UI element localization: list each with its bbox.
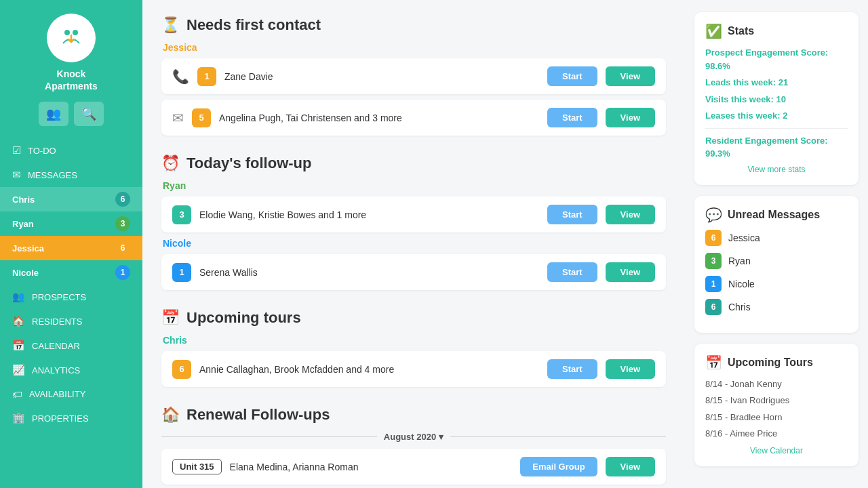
task-row-serena: 1 Serena Wallis Start View <box>161 254 666 290</box>
tours-calendar-icon: 📅 <box>161 309 180 327</box>
calendar-icon: 📅 <box>12 340 25 352</box>
tour-item-4: 8/16 - Aimee Price <box>705 427 848 441</box>
start-button-zane[interactable]: Start <box>547 66 597 86</box>
svg-point-1 <box>64 30 70 35</box>
month-divider: August 2020 ▾ <box>161 432 666 442</box>
chevron-down-icon: ▾ <box>439 432 443 442</box>
section-title-renewal: 🏠 Renewal Follow-ups <box>161 406 666 424</box>
agent-row-nicole[interactable]: Nicole 1 <box>0 260 142 285</box>
tour-item-2: 8/15 - Ivan Rodrigues <box>705 394 848 407</box>
view-more-stats-link[interactable]: View more stats <box>705 165 848 174</box>
msg-row-chris[interactable]: 6 Chris <box>705 299 848 315</box>
msg-badge-ryan: 3 <box>705 253 722 269</box>
task-row-annie: 6 Annie Callaghan, Brook Mcfadden and 4 … <box>161 351 666 387</box>
view-button-elodie[interactable]: View <box>606 205 655 224</box>
msg-name-nicole: Nicole <box>728 279 755 289</box>
tours-icon: 📅 <box>705 354 722 371</box>
add-users-button[interactable]: 👥 <box>39 102 68 126</box>
view-button-unit315[interactable]: View <box>606 457 655 476</box>
start-button-angelina[interactable]: Start <box>547 108 597 127</box>
chat-icon: 💬 <box>705 207 722 223</box>
start-button-elodie[interactable]: Start <box>547 205 597 224</box>
sidebar-actions: 👥 🔍 <box>39 102 104 126</box>
sidebar: Knock Apartments 👥 🔍 ☑ TO-DO ✉ MESSAGES … <box>0 0 142 488</box>
upcoming-tours-card-title: 📅 Upcoming Tours <box>705 354 848 371</box>
agent-row-jessica[interactable]: Jessica 6 <box>0 236 142 260</box>
sidebar-item-availability[interactable]: 🏷 AVAILABILITY <box>0 382 142 406</box>
unit-badge: Unit 315 <box>172 459 222 474</box>
stats-divider <box>705 128 848 129</box>
task-name-serena: Serena Wallis <box>199 267 539 278</box>
agent-label-chris: Chris <box>163 335 666 346</box>
count-badge-6: 6 <box>172 360 191 379</box>
resident-score-row: Resident Engagement Score: 99.3% <box>705 134 848 161</box>
view-button-annie[interactable]: View <box>606 359 655 379</box>
msg-row-jessica[interactable]: 6 Jessica <box>705 230 848 246</box>
main-content: ⏳ Needs first contact Jessica 📞 1 Zane D… <box>142 0 685 488</box>
visits-row: Visits this week: 10 <box>705 93 848 106</box>
residents-icon: 🏠 <box>12 315 25 327</box>
agent-row-chris[interactable]: Chris 6 <box>0 187 142 211</box>
msg-badge-jessica: 6 <box>705 230 722 246</box>
upcoming-tours-card: 📅 Upcoming Tours 8/14 - Jonah Kenny 8/15… <box>694 344 859 466</box>
divider-right <box>450 436 666 437</box>
alarm-icon: ⏰ <box>161 155 180 172</box>
count-badge-3: 3 <box>172 205 191 224</box>
section-title-tours: 📅 Upcoming tours <box>161 309 666 327</box>
stats-card-title: ✅ Stats <box>705 23 848 39</box>
msg-row-ryan[interactable]: 3 Ryan <box>705 253 848 269</box>
agent-label-ryan: Ryan <box>163 180 666 191</box>
todays-followup-section: ⏰ Today's follow-up Ryan 3 Elodie Wang, … <box>161 155 666 290</box>
section-title-needs-first-contact: ⏳ Needs first contact <box>161 16 666 34</box>
tour-item-1: 8/14 - Jonah Kenny <box>705 378 848 391</box>
sidebar-item-todo[interactable]: ☑ TO-DO <box>0 138 142 163</box>
msg-name-jessica: Jessica <box>728 232 760 243</box>
count-badge-1: 1 <box>197 67 216 86</box>
hourglass-icon: ⏳ <box>161 16 180 34</box>
needs-first-contact-section: ⏳ Needs first contact Jessica 📞 1 Zane D… <box>161 16 666 136</box>
section-title-followup: ⏰ Today's follow-up <box>161 155 666 172</box>
properties-icon: 🏢 <box>12 412 25 424</box>
leads-row: Leads this week: 21 <box>705 76 848 89</box>
analytics-icon: 📈 <box>12 364 25 376</box>
sidebar-item-prospects[interactable]: 👥 PROSPECTS <box>0 285 142 309</box>
phone-icon: 📞 <box>172 68 189 85</box>
start-button-serena[interactable]: Start <box>547 262 597 282</box>
task-name-elodie: Elodie Wang, Kristie Bowes and 1 more <box>199 209 539 220</box>
sidebar-item-residents[interactable]: 🏠 RESIDENTS <box>0 309 142 333</box>
sidebar-item-calendar[interactable]: 📅 CALENDAR <box>0 333 142 358</box>
sidebar-item-messages[interactable]: ✉ MESSAGES <box>0 163 142 187</box>
search-button[interactable]: 🔍 <box>74 102 104 126</box>
msg-row-nicole[interactable]: 1 Nicole <box>705 276 848 292</box>
sidebar-item-analytics[interactable]: 📈 ANALYTICS <box>0 358 142 382</box>
agent-label-jessica: Jessica <box>163 42 666 53</box>
view-button-angelina[interactable]: View <box>606 108 655 127</box>
msg-badge-chris: 6 <box>705 299 722 315</box>
task-name-elana: Elana Medina, Arianna Roman <box>230 462 513 472</box>
prospect-score-row: Prospect Engagement Score: 98.6% <box>705 46 848 73</box>
right-panel: ✅ Stats Prospect Engagement Score: 98.6%… <box>685 0 868 488</box>
msg-name-ryan: Ryan <box>728 256 751 266</box>
view-calendar-link[interactable]: View Calendar <box>705 446 848 455</box>
task-row-unit315: Unit 315 Elana Medina, Arianna Roman Ema… <box>161 449 666 485</box>
month-selector[interactable]: August 2020 ▾ <box>384 432 443 442</box>
todo-icon: ☑ <box>12 144 21 157</box>
stats-card: ✅ Stats Prospect Engagement Score: 98.6%… <box>694 12 859 185</box>
email-group-button[interactable]: Email Group <box>520 457 597 476</box>
house-icon: 🏠 <box>161 406 180 424</box>
app-name: Knock Apartments <box>45 68 98 92</box>
tour-item-3: 8/15 - Bradlee Horn <box>705 411 848 424</box>
task-name-annie: Annie Callaghan, Brook Mcfadden and 4 mo… <box>199 364 539 375</box>
availability-icon: 🏷 <box>12 388 22 400</box>
app-logo <box>47 14 96 62</box>
task-row-elodie: 3 Elodie Wang, Kristie Bowes and 1 more … <box>161 197 666 232</box>
task-row-zane: 📞 1 Zane Davie Start View <box>161 58 666 94</box>
view-button-serena[interactable]: View <box>606 262 655 282</box>
unread-messages-card: 💬 Unread Messages 6 Jessica 3 Ryan 1 Nic… <box>694 196 859 333</box>
sidebar-item-properties[interactable]: 🏢 PROPERTIES <box>0 406 142 430</box>
stats-icon: ✅ <box>705 23 722 39</box>
view-button-zane[interactable]: View <box>606 66 655 86</box>
leases-row: Leases this week: 2 <box>705 109 848 123</box>
start-button-annie[interactable]: Start <box>547 359 597 379</box>
agent-row-ryan[interactable]: Ryan 3 <box>0 211 142 236</box>
